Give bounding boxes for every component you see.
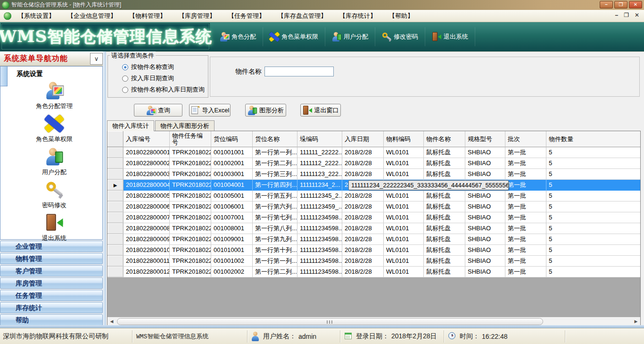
table-row[interactable]: 2018022800006TPRK20180228...001006001第一行… [107, 201, 640, 212]
person-book-icon [248, 106, 257, 115]
main-content: 请选择查询条件 按物件名称查询 按入库日期查询 按物件名称和入库日期查询 物件名… [106, 51, 644, 328]
table-cell: 2018022800004 [124, 180, 170, 191]
row-header-cell[interactable] [107, 234, 124, 245]
row-header-cell[interactable] [107, 191, 124, 201]
door-icon [46, 214, 63, 232]
sidebar-section[interactable]: 帮助 [0, 314, 103, 326]
scroll-right-icon[interactable]: ▶ [632, 317, 640, 326]
table-cell: 111111234_2... [297, 180, 342, 191]
mdi-close-icon[interactable]: ✕ [635, 12, 639, 18]
column-header[interactable]: 物件名称 [424, 131, 465, 147]
horizontal-scrollbar[interactable]: ◀ ▶ [107, 317, 640, 326]
column-header[interactable]: 物料编码 [384, 131, 424, 147]
sidebar-section[interactable]: 任务管理 [0, 290, 103, 301]
radio-icon[interactable] [122, 87, 128, 93]
menu-item[interactable]: 【库存统计】 [339, 12, 376, 20]
action-button[interactable]: 导入Excel [189, 104, 231, 117]
table-cell: 2018022800006 [124, 201, 170, 212]
collapse-button[interactable]: ∨ [90, 53, 103, 65]
row-header-cell[interactable] [107, 201, 124, 212]
table-row[interactable]: 2018022800009TPRK20180228...001009001第一行… [107, 234, 640, 245]
mdi-restore-icon[interactable]: ❐ [624, 12, 629, 18]
table-cell: 2018/2/28 [342, 147, 384, 158]
toolbar-button[interactable]: 用户分配 [325, 27, 375, 46]
toolbar-button[interactable]: 修改密码 [375, 27, 425, 46]
column-header[interactable]: 货位名称 [253, 131, 297, 147]
table-cell: 5 [546, 256, 640, 267]
query-radio-option[interactable]: 按物件名称和入库日期查询 [122, 85, 205, 94]
table-row[interactable]: 2018022800002TPRK20180228...001002001第一行… [107, 158, 640, 169]
table-row[interactable]: 2018022800011TPRK20180228...001001002第一行… [107, 256, 640, 267]
sidebar-item[interactable]: 密码修改 [42, 181, 66, 210]
sidebar-section[interactable]: 客户管理 [0, 265, 103, 277]
table-row[interactable]: 2018022800003TPRK20180228...001003001第一行… [107, 169, 640, 180]
scrollbar-thumb[interactable] [117, 318, 543, 325]
column-header[interactable]: 垛编码 [297, 131, 342, 147]
table-row[interactable]: 2018022800001TPRK20180228...001001001第一行… [107, 147, 640, 158]
sidebar-section[interactable]: 库存统计 [0, 302, 103, 313]
row-header-cell[interactable] [107, 267, 124, 277]
row-header-cell[interactable] [107, 256, 124, 267]
sidebar-item[interactable]: 用户分配 [42, 148, 66, 176]
calendar-icon [344, 332, 354, 341]
table-cell: WL0101 [384, 245, 424, 256]
column-header[interactable]: 物件任务编号 [170, 131, 211, 147]
tab[interactable]: 物件入库图形分析 [155, 120, 215, 131]
scroll-left-icon[interactable]: ◀ [107, 317, 116, 326]
toolbar-button[interactable]: 角色分配 [213, 27, 263, 46]
radio-icon[interactable] [122, 64, 128, 70]
column-header[interactable]: 批次 [505, 131, 546, 147]
menu-item[interactable]: 【企业信息管理】 [67, 12, 116, 20]
restore-button-icon[interactable]: ❐ [614, 1, 627, 8]
row-header-cell[interactable] [107, 212, 124, 223]
sidebar-item[interactable]: 角色菜单权限 [36, 115, 73, 143]
row-header-cell[interactable] [107, 147, 124, 158]
column-header[interactable]: 物件数量 [546, 131, 640, 147]
query-radio-option[interactable]: 按物件名称查询 [122, 63, 205, 71]
item-name-input[interactable] [264, 67, 334, 76]
table-row[interactable]: 2018022800008TPRK20180228...001008001第一行… [107, 223, 640, 234]
column-header[interactable]: 入库日期 [342, 131, 384, 147]
column-header[interactable]: 货位编码 [211, 131, 253, 147]
sidebar-section[interactable]: 企业管理 [0, 241, 103, 252]
sidebar-section[interactable]: 库房管理 [0, 277, 103, 289]
menu-item[interactable]: 【帮助】 [389, 12, 413, 20]
close-button-icon[interactable]: ✕ [629, 1, 642, 8]
sidebar-item[interactable]: 退出系统 [42, 214, 66, 243]
row-header-cell[interactable]: ▶ [107, 180, 124, 191]
menu-app-icon [4, 12, 11, 20]
table-row[interactable]: 2018022800010TPRK20180228...001010001第一行… [107, 245, 640, 256]
menu-item[interactable]: 【库房管理】 [179, 12, 215, 20]
table-cell: 第一行第二列... [253, 158, 297, 169]
column-header[interactable]: 入库编号 [124, 131, 170, 147]
toolbar-button[interactable]: 退出系统 [425, 27, 475, 46]
row-header-cell[interactable] [107, 158, 124, 169]
sidebar-item[interactable]: 角色分配管理 [36, 82, 73, 110]
menu-item[interactable]: 【物料管理】 [129, 12, 166, 20]
title-bar: 智能仓储综合管理系统 - [物件入库统计管理] – ❐ ✕ [0, 0, 644, 10]
radio-icon[interactable] [122, 76, 128, 82]
status-login-label: 登录日期： [356, 332, 389, 341]
action-button[interactable]: 图形分析 [245, 104, 286, 117]
menu-item[interactable]: 【任务管理】 [228, 12, 265, 20]
table-row[interactable]: 2018022800007TPRK20180228...001007001第一行… [107, 212, 640, 223]
action-button[interactable]: 退出窗口 [300, 104, 341, 117]
table-cell: WL0101 [384, 212, 424, 223]
query-radio-option[interactable]: 按入库日期查询 [122, 74, 205, 83]
table-row[interactable]: 2018022800005TPRK20180228...001005001第一行… [107, 191, 640, 201]
action-button[interactable]: 查询 [134, 104, 182, 117]
row-header-cell[interactable] [107, 169, 124, 180]
menu-item[interactable]: 【系统设置】 [18, 12, 55, 20]
column-header[interactable]: 规格型号 [465, 131, 505, 147]
tab[interactable]: 物件入库统计 [107, 120, 154, 131]
row-header-cell[interactable] [107, 223, 124, 234]
row-header-cell[interactable] [107, 245, 124, 256]
menu-item[interactable]: 【库存盘点管理】 [278, 12, 327, 20]
toolbar-button[interactable]: 角色菜单权限 [263, 27, 325, 46]
table-cell: 2018/2/28 [342, 256, 384, 267]
table-cell: TPRK20180228... [170, 180, 211, 191]
table-row[interactable]: 2018022800012TPRK20180228...001002002第一行… [107, 267, 640, 277]
mdi-minimize-icon[interactable]: – [615, 12, 618, 18]
minimize-button-icon[interactable]: – [600, 1, 613, 8]
sidebar-section[interactable]: 物料管理 [0, 253, 103, 264]
